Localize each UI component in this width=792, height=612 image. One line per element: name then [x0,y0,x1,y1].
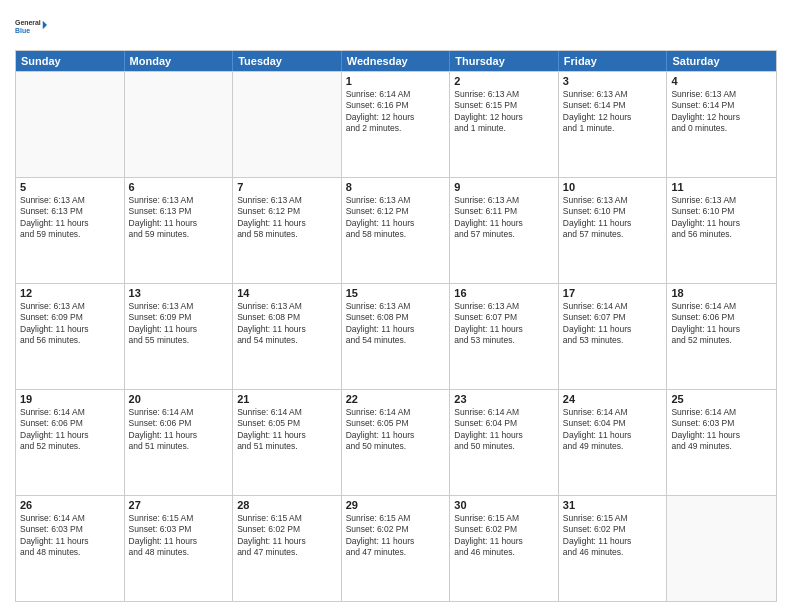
day-number: 20 [129,393,229,405]
svg-text:Blue: Blue [15,27,30,34]
day-info: Sunrise: 6:13 AM Sunset: 6:08 PM Dayligh… [237,301,337,347]
svg-text:General: General [15,19,41,26]
day-number: 30 [454,499,554,511]
calendar-day: 8Sunrise: 6:13 AM Sunset: 6:12 PM Daylig… [342,178,451,283]
header: General Blue [15,10,777,42]
day-info: Sunrise: 6:13 AM Sunset: 6:11 PM Dayligh… [454,195,554,241]
day-number: 25 [671,393,772,405]
day-info: Sunrise: 6:13 AM Sunset: 6:09 PM Dayligh… [129,301,229,347]
calendar-day: 29Sunrise: 6:15 AM Sunset: 6:02 PM Dayli… [342,496,451,601]
weekday-header: Monday [125,51,234,71]
calendar-day: 4Sunrise: 6:13 AM Sunset: 6:14 PM Daylig… [667,72,776,177]
calendar-day: 3Sunrise: 6:13 AM Sunset: 6:14 PM Daylig… [559,72,668,177]
empty-cell [233,72,342,177]
day-info: Sunrise: 6:13 AM Sunset: 6:10 PM Dayligh… [563,195,663,241]
day-info: Sunrise: 6:13 AM Sunset: 6:12 PM Dayligh… [237,195,337,241]
day-info: Sunrise: 6:13 AM Sunset: 6:14 PM Dayligh… [563,89,663,135]
day-number: 14 [237,287,337,299]
calendar-week-row: 12Sunrise: 6:13 AM Sunset: 6:09 PM Dayli… [16,283,776,389]
empty-cell [125,72,234,177]
weekday-header: Saturday [667,51,776,71]
day-number: 13 [129,287,229,299]
calendar-day: 31Sunrise: 6:15 AM Sunset: 6:02 PM Dayli… [559,496,668,601]
calendar-day: 1Sunrise: 6:14 AM Sunset: 6:16 PM Daylig… [342,72,451,177]
calendar-day: 18Sunrise: 6:14 AM Sunset: 6:06 PM Dayli… [667,284,776,389]
day-number: 21 [237,393,337,405]
day-info: Sunrise: 6:13 AM Sunset: 6:09 PM Dayligh… [20,301,120,347]
calendar-day: 21Sunrise: 6:14 AM Sunset: 6:05 PM Dayli… [233,390,342,495]
calendar-body: 1Sunrise: 6:14 AM Sunset: 6:16 PM Daylig… [16,71,776,601]
calendar-week-row: 26Sunrise: 6:14 AM Sunset: 6:03 PM Dayli… [16,495,776,601]
day-info: Sunrise: 6:13 AM Sunset: 6:10 PM Dayligh… [671,195,772,241]
calendar-day: 22Sunrise: 6:14 AM Sunset: 6:05 PM Dayli… [342,390,451,495]
weekday-header: Wednesday [342,51,451,71]
calendar-day: 6Sunrise: 6:13 AM Sunset: 6:13 PM Daylig… [125,178,234,283]
day-number: 23 [454,393,554,405]
calendar-day: 9Sunrise: 6:13 AM Sunset: 6:11 PM Daylig… [450,178,559,283]
day-info: Sunrise: 6:14 AM Sunset: 6:06 PM Dayligh… [671,301,772,347]
day-number: 27 [129,499,229,511]
calendar-day: 17Sunrise: 6:14 AM Sunset: 6:07 PM Dayli… [559,284,668,389]
calendar-day: 14Sunrise: 6:13 AM Sunset: 6:08 PM Dayli… [233,284,342,389]
day-info: Sunrise: 6:14 AM Sunset: 6:03 PM Dayligh… [671,407,772,453]
day-number: 31 [563,499,663,511]
day-info: Sunrise: 6:14 AM Sunset: 6:06 PM Dayligh… [129,407,229,453]
logo: General Blue [15,10,47,42]
day-info: Sunrise: 6:14 AM Sunset: 6:04 PM Dayligh… [563,407,663,453]
day-info: Sunrise: 6:13 AM Sunset: 6:12 PM Dayligh… [346,195,446,241]
calendar-day: 16Sunrise: 6:13 AM Sunset: 6:07 PM Dayli… [450,284,559,389]
day-info: Sunrise: 6:15 AM Sunset: 6:02 PM Dayligh… [237,513,337,559]
day-info: Sunrise: 6:15 AM Sunset: 6:02 PM Dayligh… [454,513,554,559]
day-number: 26 [20,499,120,511]
calendar-day: 25Sunrise: 6:14 AM Sunset: 6:03 PM Dayli… [667,390,776,495]
empty-cell [16,72,125,177]
calendar-week-row: 1Sunrise: 6:14 AM Sunset: 6:16 PM Daylig… [16,71,776,177]
day-number: 7 [237,181,337,193]
calendar: SundayMondayTuesdayWednesdayThursdayFrid… [15,50,777,602]
day-info: Sunrise: 6:14 AM Sunset: 6:05 PM Dayligh… [346,407,446,453]
day-info: Sunrise: 6:14 AM Sunset: 6:16 PM Dayligh… [346,89,446,135]
calendar-day: 27Sunrise: 6:15 AM Sunset: 6:03 PM Dayli… [125,496,234,601]
calendar-day: 20Sunrise: 6:14 AM Sunset: 6:06 PM Dayli… [125,390,234,495]
day-number: 18 [671,287,772,299]
day-number: 5 [20,181,120,193]
day-number: 15 [346,287,446,299]
day-number: 24 [563,393,663,405]
calendar-header: SundayMondayTuesdayWednesdayThursdayFrid… [16,51,776,71]
calendar-day: 26Sunrise: 6:14 AM Sunset: 6:03 PM Dayli… [16,496,125,601]
day-number: 28 [237,499,337,511]
day-info: Sunrise: 6:13 AM Sunset: 6:07 PM Dayligh… [454,301,554,347]
day-number: 10 [563,181,663,193]
day-info: Sunrise: 6:14 AM Sunset: 6:03 PM Dayligh… [20,513,120,559]
day-number: 9 [454,181,554,193]
day-number: 2 [454,75,554,87]
calendar-day: 28Sunrise: 6:15 AM Sunset: 6:02 PM Dayli… [233,496,342,601]
empty-cell [667,496,776,601]
day-number: 29 [346,499,446,511]
weekday-header: Friday [559,51,668,71]
day-number: 6 [129,181,229,193]
weekday-header: Tuesday [233,51,342,71]
calendar-day: 15Sunrise: 6:13 AM Sunset: 6:08 PM Dayli… [342,284,451,389]
calendar-day: 11Sunrise: 6:13 AM Sunset: 6:10 PM Dayli… [667,178,776,283]
day-number: 8 [346,181,446,193]
day-number: 1 [346,75,446,87]
calendar-week-row: 5Sunrise: 6:13 AM Sunset: 6:13 PM Daylig… [16,177,776,283]
day-info: Sunrise: 6:13 AM Sunset: 6:08 PM Dayligh… [346,301,446,347]
day-info: Sunrise: 6:14 AM Sunset: 6:04 PM Dayligh… [454,407,554,453]
calendar-day: 7Sunrise: 6:13 AM Sunset: 6:12 PM Daylig… [233,178,342,283]
calendar-day: 23Sunrise: 6:14 AM Sunset: 6:04 PM Dayli… [450,390,559,495]
day-info: Sunrise: 6:14 AM Sunset: 6:06 PM Dayligh… [20,407,120,453]
day-number: 22 [346,393,446,405]
day-number: 16 [454,287,554,299]
day-number: 11 [671,181,772,193]
day-info: Sunrise: 6:14 AM Sunset: 6:07 PM Dayligh… [563,301,663,347]
weekday-header: Thursday [450,51,559,71]
calendar-day: 13Sunrise: 6:13 AM Sunset: 6:09 PM Dayli… [125,284,234,389]
day-number: 17 [563,287,663,299]
day-info: Sunrise: 6:13 AM Sunset: 6:13 PM Dayligh… [129,195,229,241]
calendar-day: 30Sunrise: 6:15 AM Sunset: 6:02 PM Dayli… [450,496,559,601]
calendar-day: 5Sunrise: 6:13 AM Sunset: 6:13 PM Daylig… [16,178,125,283]
day-info: Sunrise: 6:14 AM Sunset: 6:05 PM Dayligh… [237,407,337,453]
svg-marker-2 [43,21,47,30]
